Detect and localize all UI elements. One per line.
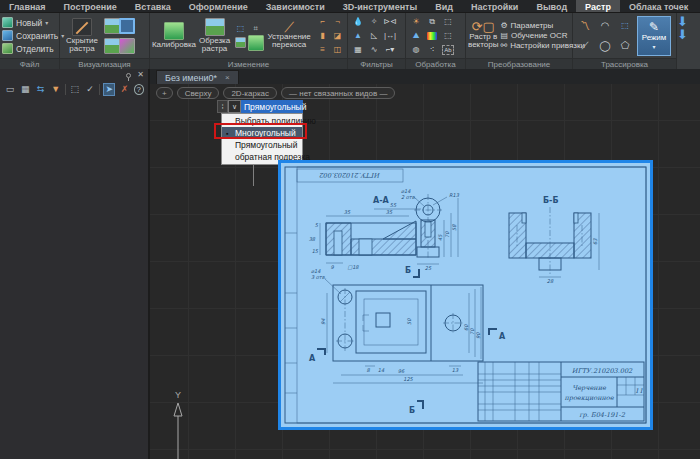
trace-hatch-icon[interactable]: ⬠ <box>621 41 630 51</box>
ribbon-group-visualization: Скрытие растра Визуализация <box>60 13 150 69</box>
dim-label: 8 <box>366 367 370 373</box>
align-middle-icon[interactable]: ≡ <box>320 46 325 54</box>
visual-style-button[interactable]: 2D-каркас <box>223 87 277 99</box>
group-label-processing: Обработка <box>406 58 465 69</box>
linked-views-button[interactable]: — нет связанных видов — <box>281 87 395 99</box>
trace-circle-icon[interactable]: ◯ <box>599 41 610 51</box>
image-raster-icon[interactable] <box>104 38 120 54</box>
curve-filter-icon[interactable]: ∿ <box>371 46 378 54</box>
close-panel-icon[interactable]: ✕ <box>137 71 144 79</box>
frame-selected-icon[interactable] <box>119 18 135 34</box>
align-corner2-icon[interactable]: ¬ <box>335 18 340 26</box>
ribbon-group-conversion: ⟳▢ Растр в векторы ⚙ Параметры ▤ Обучени… <box>466 13 573 69</box>
sharpen-filter-icon[interactable]: ▲ <box>354 32 362 40</box>
trace-arc-icon[interactable]: ◠ <box>601 21 610 31</box>
tab-nastroyki[interactable]: Настройки <box>462 0 527 12</box>
add-viewport-button[interactable]: + <box>156 87 173 99</box>
crop-raster-button[interactable]: Обрезка растра <box>198 18 231 53</box>
raster-drawing-selected[interactable]: .ln{stroke:#2f5b86;stroke-width:1;fill:n… <box>278 160 653 430</box>
align-corner-icon[interactable]: ⌐ <box>320 18 325 26</box>
mirror-vertical-icon[interactable]: ⊳⊲ <box>383 18 396 26</box>
select-add-icon[interactable]: ⬚ <box>69 83 81 96</box>
crop-type-combobox[interactable]: ⁞ ∨ Прямоугольный <box>217 100 303 113</box>
titleblock-sheet: 11 <box>635 387 643 395</box>
panel-empty-body <box>0 99 148 459</box>
gradient-icon[interactable] <box>119 38 135 54</box>
tab-oblaka-tochek[interactable]: Облака точек <box>620 0 697 12</box>
flip-diagonal-icon[interactable]: ◪ <box>334 32 342 40</box>
insert-raster-icon[interactable]: ⬇ <box>677 17 688 27</box>
document-tab[interactable]: Без имени0* × <box>156 70 239 84</box>
trace-mode-button[interactable]: ✎ Режим ▾ <box>637 16 671 56</box>
flip-horizontal-icon[interactable]: ◫ <box>334 46 342 54</box>
tab-zavisimosti[interactable]: Зависимости <box>257 0 334 12</box>
selection-filter-icon[interactable]: ▼ <box>50 83 62 96</box>
tab-vyvod[interactable]: Вывод <box>527 0 576 12</box>
rainbow-icon[interactable] <box>427 32 437 40</box>
drawing-canvas[interactable]: + Сверху 2D-каркас — нет связанных видов… <box>150 84 700 459</box>
dim-label: 5 <box>315 222 319 228</box>
menu-item-select-polyline[interactable]: Выбрать полилинию <box>222 115 302 127</box>
combo-dropdown-icon[interactable]: ∨ <box>228 100 241 113</box>
frame-nodes-icon[interactable]: ⬚ <box>237 25 245 33</box>
save-button[interactable]: Сохранить▾ <box>2 30 64 41</box>
document-tab-close-icon[interactable]: × <box>225 73 230 82</box>
corner-filter-icon[interactable]: ⌐▾ <box>386 46 395 54</box>
eraser-icon[interactable]: ◺ <box>371 32 377 40</box>
menu-item-rectangular[interactable]: Прямоугольный <box>222 139 302 151</box>
menu-item-polygonal[interactable]: Многоугольный <box>222 127 302 139</box>
hide-raster-icon <box>72 18 92 36</box>
text-recognition-icon[interactable]: Ab <box>442 45 453 55</box>
histogram-icon[interactable]: ⛰ <box>413 32 420 40</box>
flip-vertical-icon[interactable]: ▮ <box>320 32 324 40</box>
tab-3d-instrumenty[interactable]: 3D-инструменты <box>334 0 426 12</box>
brightness-icon[interactable]: ☀ <box>412 18 419 26</box>
select-crossing-icon[interactable]: ▦ <box>19 83 31 96</box>
tab-oformlenie[interactable]: Оформление <box>180 0 257 12</box>
select-confirm-icon[interactable]: ✓ <box>84 83 96 96</box>
mirror-horizontal-icon[interactable]: |↔| <box>384 32 396 40</box>
view-direction-button[interactable]: Сверху <box>177 87 220 99</box>
blur-filter-icon[interactable]: 💧 <box>353 18 363 26</box>
crop-frame-icon[interactable]: ⌗ <box>253 25 258 33</box>
hide-raster-button[interactable]: Скрытие растра <box>62 18 102 53</box>
selection-dashed2-icon[interactable]: ⬚ <box>444 32 452 40</box>
grip-icon[interactable]: ⁞ <box>217 100 228 113</box>
selection-dashed-icon[interactable]: ⬚ <box>444 18 452 26</box>
trace-polyline-icon[interactable]: 〽 <box>580 21 590 31</box>
tab-glavnaya[interactable]: Главная <box>0 0 55 12</box>
snap-icon: ⚯ <box>500 42 507 50</box>
trace-rectangle-icon[interactable]: ⬚ <box>621 22 629 30</box>
cursor-select-icon[interactable]: ➤ <box>103 83 115 96</box>
image-settings-icon[interactable] <box>104 18 120 34</box>
insert-raster2-icon[interactable]: ⬇ <box>677 30 688 40</box>
hatch-circle-icon[interactable]: ◍ <box>413 46 420 54</box>
scatter-dots-icon[interactable]: ⁖ <box>430 46 435 54</box>
help-icon[interactable]: ? <box>134 84 144 95</box>
new-button[interactable]: Новый▾ <box>2 17 64 28</box>
ucs-axis-icon: Y <box>168 389 194 459</box>
resize-raster-icon[interactable] <box>248 35 264 51</box>
tab-postroenie[interactable]: Построение <box>55 0 126 12</box>
pin-panel-icon[interactable] <box>126 73 131 78</box>
select-window-icon[interactable]: ▭ <box>4 83 16 96</box>
cad-application-window: Главная Построение Вставка Оформление За… <box>0 0 700 459</box>
dim-label: 96 <box>398 368 405 374</box>
smooth-filter-icon[interactable]: ✧ <box>371 18 378 26</box>
deskew-button[interactable]: ⟋ Устранение перекоса <box>265 22 313 49</box>
layers-icon[interactable]: ⧉ <box>429 18 435 26</box>
calibration-button[interactable]: Калибровка <box>152 22 196 49</box>
ribbon-panel-rastr: Новый▾ Сохранить▾ Отделить Файл <box>0 13 700 69</box>
dim-label: 45 <box>437 234 443 241</box>
detach-button[interactable]: Отделить <box>2 43 64 54</box>
trace-line-icon[interactable]: ⟋ <box>582 41 589 51</box>
dim-label: 25 <box>425 265 432 271</box>
raster-to-vector-button[interactable]: ⟳▢ Растр в векторы <box>468 22 498 49</box>
small-image-icon[interactable] <box>235 37 246 48</box>
cursor-remove-icon[interactable]: ✗ <box>118 83 130 96</box>
tab-rastr-active[interactable]: Растр <box>576 0 620 12</box>
tab-vid[interactable]: Вид <box>426 0 462 12</box>
tab-vstavka[interactable]: Вставка <box>126 0 180 12</box>
binarize-icon[interactable]: ▦ <box>354 46 362 54</box>
swap-selection-icon[interactable]: ⇆ <box>34 83 46 96</box>
